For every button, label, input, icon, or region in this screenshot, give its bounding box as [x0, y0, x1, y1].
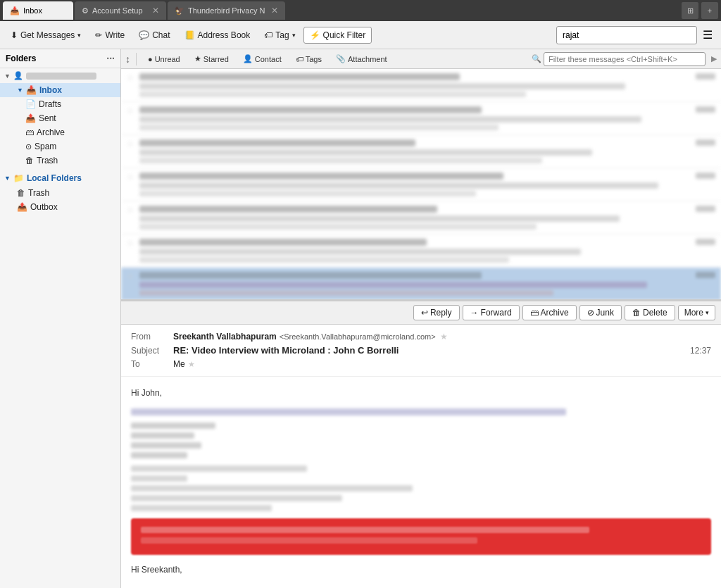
tag-button[interactable]: 🏷 Tag ▾ [258, 27, 301, 44]
from-star-icon[interactable]: ★ [440, 332, 448, 342]
get-messages-button[interactable]: ⬇ Get Messages ▾ [4, 27, 87, 44]
tab-inbox[interactable]: 📥 Inbox [3, 1, 73, 20]
trash-account-icon: 🗑 [25, 156, 34, 165]
tab-list-button[interactable]: ⊞ [682, 2, 698, 19]
sidebar-inbox-label: Inbox [39, 85, 62, 95]
forward-button[interactable]: → Forward [463, 305, 520, 320]
reply-icon: ↩ [421, 308, 428, 318]
sidebar-item-trash-account[interactable]: 🗑 Trash [0, 154, 120, 168]
row-star-3: ☆ [127, 139, 137, 149]
archive-button[interactable]: 🗃 Archive [522, 305, 577, 320]
junk-icon: ⊘ [587, 308, 594, 318]
search-input[interactable] [556, 26, 697, 44]
filter-search-input[interactable] [544, 52, 706, 66]
privacy-tab-icon: 🦅 [175, 6, 184, 15]
sidebar-spam-label: Spam [35, 142, 56, 151]
toolbar: ⬇ Get Messages ▾ ✏ Write 💬 Chat 📒 Addres… [0, 21, 721, 49]
starred-icon: ★ [194, 54, 201, 63]
account-setup-icon: ⚙ [82, 6, 89, 15]
row-star-5: ☆ [127, 206, 137, 215]
quick-filter-label: Quick Filter [323, 30, 366, 40]
tag-icon: 🏷 [264, 30, 272, 40]
address-book-button[interactable]: 📒 Address Book [178, 27, 257, 44]
tab-account-setup-close[interactable]: ✕ [152, 6, 159, 15]
sent-icon: 📤 [25, 113, 36, 123]
reply-button[interactable]: ↩ Reply [413, 305, 460, 320]
get-messages-arrow: ▾ [77, 32, 81, 39]
footer-greeting-text: Hi Sreekanth, [131, 565, 182, 575]
account-row[interactable]: ▼ 👤 [0, 68, 120, 83]
reading-pane: ↩ Reply → Forward 🗃 Archive ⊘ Junk [121, 301, 721, 588]
table-row[interactable]: ☆ [121, 268, 721, 301]
delete-label: Delete [643, 308, 667, 318]
sidebar-item-archive[interactable]: 🗃 Archive [0, 125, 120, 139]
split-pane: ☆ ☆ [121, 69, 721, 588]
sidebar: Folders ··· ▼ 👤 ▼ 📥 Inbox 📄 Drafts 📤 Sen… [0, 49, 121, 588]
forward-label: Forward [481, 308, 512, 318]
table-row[interactable]: ☆ [121, 69, 721, 102]
search-box [556, 26, 697, 44]
sidebar-item-trash-local[interactable]: 🗑 Trash [0, 186, 120, 200]
sidebar-trash-local-label: Trash [28, 188, 49, 198]
filter-unread-button[interactable]: ● Unread [142, 53, 186, 65]
tab-new-button[interactable]: + [701, 2, 718, 19]
sidebar-outbox-label: Outbox [30, 202, 58, 212]
table-row[interactable]: ☆ [121, 201, 721, 234]
tab-bar: 📥 Inbox ⚙ Account Setup ✕ 🦅 Thunderbird … [0, 0, 721, 21]
filter-attachment-button[interactable]: 📎 Attachment [330, 52, 393, 65]
tab-privacy-close[interactable]: ✕ [271, 6, 278, 15]
table-row[interactable]: ☆ [121, 168, 721, 201]
filter-tags-button[interactable]: 🏷 Tags [290, 53, 327, 65]
more-button[interactable]: More ▾ [678, 305, 715, 320]
write-button[interactable]: ✏ Write [89, 27, 131, 44]
junk-button[interactable]: ⊘ Junk [579, 305, 622, 320]
email-subject-row: Subject RE: Video Interview with Microla… [131, 345, 711, 356]
reply-label: Reply [430, 308, 452, 318]
local-folders-label: Local Folders [27, 173, 82, 183]
quick-filter-button[interactable]: ⚡ Quick Filter [303, 27, 372, 44]
account-expand-icon: ▼ [4, 73, 11, 80]
filter-search-icon: 🔍 [532, 54, 541, 63]
tab-privacy[interactable]: 🦅 Thunderbird Privacy N ✕ [168, 1, 285, 20]
expand-inbox-icon: ▼ [17, 87, 23, 94]
sidebar-item-outbox[interactable]: 📤 Outbox [0, 200, 120, 214]
filter-contact-button[interactable]: 👤 Contact [237, 52, 287, 65]
inbox-icon: 📥 [10, 6, 20, 15]
subject-label: Subject [131, 346, 173, 356]
red-warning-block [131, 518, 711, 555]
sidebar-item-spam[interactable]: ⊙ Spam [0, 139, 120, 154]
email-header: From Sreekanth Vallabhapuram <Sreekanth.… [121, 325, 721, 377]
email-greeting: Hi John, [131, 387, 711, 400]
menu-button[interactable]: ☰ [698, 26, 717, 44]
table-row[interactable]: ☆ [121, 102, 721, 135]
table-row[interactable]: ☆ [121, 234, 721, 268]
address-book-icon: 📒 [184, 30, 195, 40]
table-row[interactable]: ☆ [121, 135, 721, 168]
main-layout: Folders ··· ▼ 👤 ▼ 📥 Inbox 📄 Drafts 📤 Sen… [0, 49, 721, 588]
local-folders-icon: 📁 [13, 173, 24, 183]
email-to-row: To Me ★ [131, 359, 711, 369]
filter-collapse-icon[interactable]: ▶ [711, 54, 717, 63]
folders-menu-dots[interactable]: ··· [106, 53, 115, 64]
delete-button[interactable]: 🗑 Delete [625, 305, 675, 320]
tab-account-setup[interactable]: ⚙ Account Setup ✕ [75, 1, 166, 20]
sidebar-archive-label: Archive [37, 127, 65, 137]
write-label: Write [105, 30, 125, 40]
address-book-label: Address Book [198, 30, 251, 40]
to-star-icon[interactable]: ★ [188, 360, 195, 369]
filter-starred-button[interactable]: ★ Starred [189, 52, 234, 65]
sidebar-item-inbox[interactable]: ▼ 📥 Inbox [0, 83, 120, 97]
sidebar-item-sent[interactable]: 📤 Sent [0, 111, 120, 125]
sidebar-drafts-label: Drafts [39, 99, 61, 109]
get-messages-icon: ⬇ [11, 30, 18, 40]
chat-button[interactable]: 💬 Chat [132, 27, 176, 44]
filter-starred-label: Starred [203, 55, 229, 63]
sidebar-item-drafts[interactable]: 📄 Drafts [0, 97, 120, 111]
filter-search-box: 🔍 [532, 52, 706, 66]
row-star-7: ☆ [127, 272, 137, 281]
sort-arrow-icon[interactable]: ↕ [125, 54, 130, 65]
tag-arrow: ▾ [292, 32, 296, 39]
filter-tags-label: Tags [306, 55, 322, 63]
sidebar-item-local-folders[interactable]: ▼ 📁 Local Folders [0, 170, 120, 186]
tab-inbox-label: Inbox [23, 6, 42, 15]
